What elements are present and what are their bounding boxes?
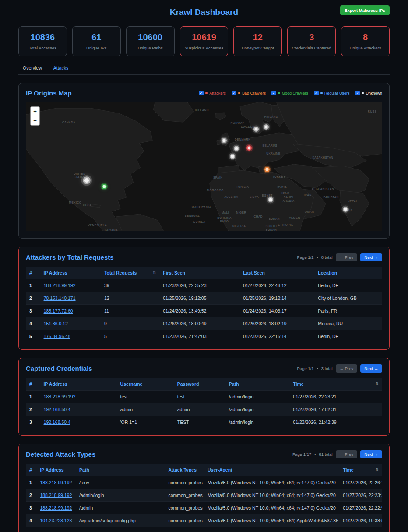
ip-address-link[interactable]: 192.168.50.4 <box>44 407 70 412</box>
table-row: 2188.218.99.192/admin/logincommon_probes… <box>26 489 382 502</box>
cell-location: Москва, RU <box>314 317 382 330</box>
stat-value: 10600 <box>129 32 172 42</box>
legend-item-regular-users[interactable]: ✓Regular Users <box>314 91 350 95</box>
cell-ip-address: 188.218.99.192 <box>40 391 117 403</box>
export-malicious-ips-button[interactable]: Export Malicious IPs <box>340 5 390 15</box>
ip-address-link[interactable]: 176.84.96.48 <box>44 334 70 339</box>
ip-address-link[interactable]: 188.218.99.192 <box>44 394 76 399</box>
map-marker-bad[interactable] <box>265 168 268 171</box>
column-header-total-requests[interactable]: Total Requests⇅ <box>101 267 159 279</box>
column-header-[interactable]: # <box>26 464 36 476</box>
ip-address-link[interactable]: 192.168.50.4 <box>44 419 70 425</box>
cell-username: 'OR 1=1 -- <box>117 416 174 429</box>
cell-ip-address: 176.84.96.48 <box>40 330 101 343</box>
column-header-time[interactable]: Time⇅ <box>289 378 382 391</box>
column-header-last-seen[interactable]: Last Seen <box>239 267 314 279</box>
map-marker-unknown[interactable] <box>84 178 89 183</box>
column-header-username[interactable]: Username <box>117 378 174 391</box>
column-header-time[interactable]: Time⇅ <box>339 464 382 476</box>
column-header-ip-address[interactable]: IP Address <box>36 464 76 476</box>
zoom-in-button[interactable]: + <box>31 107 39 116</box>
tab-overview[interactable]: Overview <box>23 65 42 70</box>
column-header-ip-address[interactable]: IP Address <box>40 378 117 391</box>
column-header-first-seen[interactable]: First Seen <box>159 267 239 279</box>
legend-item-good-crawlers[interactable]: ✓Good Crawlers <box>271 91 308 95</box>
column-header-path[interactable]: Path <box>76 464 165 476</box>
map-marker-unknown[interactable] <box>254 128 257 131</box>
ip-address-link[interactable]: 188.218.99.192 <box>40 480 72 485</box>
map-marker-good[interactable] <box>103 185 106 188</box>
next-page-button[interactable]: Next → <box>360 450 382 458</box>
cell-path: /admin/login <box>225 403 290 416</box>
ip-origins-map-card: IP Origins Map ✓Attackers✓Bad Crawlers✓G… <box>18 83 390 239</box>
column-header-ip-address[interactable]: IP Address <box>40 267 101 279</box>
legend-checkbox[interactable]: ✓ <box>355 91 360 95</box>
table-row: 1188.218.99.192testtest/admin/login01/27… <box>26 391 382 403</box>
column-header-[interactable]: # <box>26 267 40 279</box>
cell-first-seen: 01/23/2026, 21:47:03 <box>159 330 239 343</box>
stat-label: Total Accesses <box>21 46 64 50</box>
legend-item-unknown[interactable]: ✓Unknown <box>355 91 382 95</box>
cell-last-seen: 01/23/2026, 22:15:14 <box>239 330 314 343</box>
next-page-button[interactable]: Next → <box>360 364 382 373</box>
attackers-card-header: Attackers by Total Requests Page 1/2 • 8… <box>26 253 382 261</box>
legend-checkbox[interactable]: ✓ <box>271 91 276 95</box>
ip-address-link[interactable]: 104.23.223.128 <box>40 518 72 523</box>
prev-page-button[interactable]: ← Prev <box>336 364 358 373</box>
column-header-location[interactable]: Location <box>314 267 382 279</box>
cell-: 3 <box>26 502 36 514</box>
legend-checkbox[interactable]: ✓ <box>199 91 204 95</box>
map-marker-unknown[interactable] <box>269 198 272 201</box>
legend-label: Bad Crawlers <box>242 91 266 95</box>
page-indicator: Page 1/1 <box>297 366 314 371</box>
legend-color-dot <box>238 92 240 94</box>
legend-item-attackers[interactable]: ✓Attackers <box>199 91 226 95</box>
map-marker-unknown[interactable] <box>222 139 225 142</box>
map-marker-attacker[interactable] <box>247 147 250 150</box>
legend-checkbox[interactable]: ✓ <box>314 91 319 95</box>
krawl-dashboard-page: Krawl Dashboard Export Malicious IPs 108… <box>0 0 408 532</box>
cell-ip-address: 192.168.50.4 <box>40 403 117 416</box>
ip-address-link[interactable]: 78.153.140.171 <box>44 296 76 301</box>
map-marker-unknown[interactable] <box>344 208 347 211</box>
map-marker-unknown[interactable] <box>235 147 238 150</box>
table-row: 278.153.140.1711201/25/2026, 19:12:0501/… <box>26 292 382 305</box>
table-row: 1188.218.99.1923901/23/2026, 22:35:2301/… <box>26 279 382 292</box>
prev-page-button[interactable]: ← Prev <box>336 253 358 261</box>
column-header-password[interactable]: Password <box>174 378 225 391</box>
column-header-[interactable]: # <box>26 378 40 391</box>
next-page-button[interactable]: Next → <box>360 253 382 261</box>
legend-label: Unknown <box>366 91 382 95</box>
cell-password: TEST <box>174 416 225 429</box>
tab-attacks[interactable]: Attacks <box>53 65 68 70</box>
ip-address-link[interactable]: 188.218.99.192 <box>44 283 76 288</box>
detected-attack-types-card: Detected Attack Types Page 1/17 • 81 tot… <box>18 444 390 532</box>
cell-total-requests: 9 <box>101 317 159 330</box>
cell-time: 01/27/2026, 19:35:33 <box>339 527 382 532</box>
cell-time: 01/27/2026, 22:26:11 <box>339 476 382 489</box>
map-marker-unknown[interactable] <box>231 155 234 158</box>
world-map-svg <box>26 102 382 231</box>
prev-page-button[interactable]: ← Prev <box>336 450 358 458</box>
cell-: 2 <box>26 403 40 416</box>
ip-address-link[interactable]: 188.218.99.192 <box>40 493 72 498</box>
column-header-path[interactable]: Path <box>225 378 290 391</box>
map-marker-unknown[interactable] <box>264 125 267 128</box>
stat-label: Suspicious Accesses <box>183 46 225 50</box>
sort-icon[interactable]: ⇅ <box>375 381 379 386</box>
column-header-attack-types[interactable]: Attack Types <box>165 464 204 476</box>
sort-icon[interactable]: ⇅ <box>375 467 379 472</box>
ip-address-link[interactable]: 185.177.72.60 <box>44 308 73 314</box>
pagination-separator: • <box>317 255 318 260</box>
legend-item-bad-crawlers[interactable]: ✓Bad Crawlers <box>232 91 266 95</box>
credentials-card-title: Captured Credentials <box>26 365 92 372</box>
world-map[interactable]: + − CANADAICELANDNORWAYSWEDENFINLANDRUSS… <box>26 102 382 231</box>
pagination-separator: • <box>314 452 316 457</box>
ip-address-link[interactable]: 188.218.99.192 <box>40 505 72 511</box>
sort-icon[interactable]: ⇅ <box>153 270 156 275</box>
legend-checkbox[interactable]: ✓ <box>232 91 236 95</box>
ip-address-link[interactable]: 151.36.0.12 <box>44 321 68 326</box>
column-header-user-agent[interactable]: User-Agent <box>204 464 339 476</box>
legend-color-dot <box>320 92 323 94</box>
zoom-out-button[interactable]: − <box>31 116 39 125</box>
